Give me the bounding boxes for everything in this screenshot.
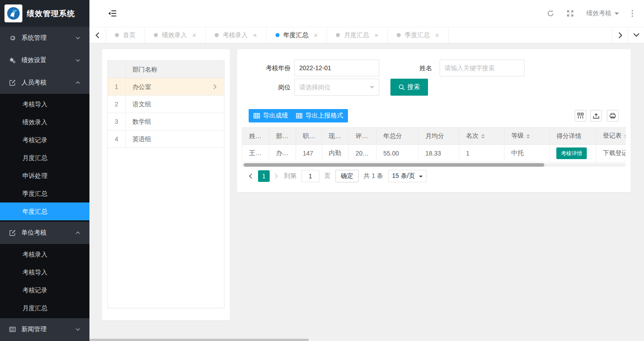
sidebar-item-monthly-summary[interactable]: 月度汇总 — [0, 299, 89, 317]
tab-annual-summary[interactable]: 年度汇总 × — [267, 27, 327, 43]
more-vertical-icon[interactable] — [631, 10, 639, 17]
year-label: 考核年份 — [237, 59, 291, 76]
sidebar-group-unit-assessment[interactable]: 单位考核 — [0, 222, 89, 244]
tab-home[interactable]: 首页 — [106, 27, 145, 43]
department-row[interactable]: 2 语文组 — [108, 96, 224, 113]
main-content: 部门名称 1 办公室 2 语文组 3 数学组 4 英语组 考核年份 — [89, 44, 644, 341]
sidebar-item-assessment-import[interactable]: 考核导入 — [0, 263, 89, 281]
refresh-icon[interactable] — [547, 10, 554, 17]
department-row[interactable]: 3 数学组 — [108, 113, 224, 131]
fullscreen-icon[interactable] — [567, 10, 574, 17]
assessment-detail-button[interactable]: 考核详情 — [556, 147, 587, 159]
pagination: 1 到第 页 确定 共 1 条 15 条/页 — [249, 170, 427, 182]
sidebar-group-news-management[interactable]: 新闻管理 — [0, 318, 89, 341]
sidebar-item-appeal-handling[interactable]: 申诉处理 — [0, 167, 89, 185]
sidebar-item-quarterly-summary[interactable]: 季度汇总 — [0, 185, 89, 202]
prev-page-icon[interactable] — [249, 173, 253, 179]
tabs-menu-icon[interactable] — [628, 27, 644, 43]
download-register-link[interactable]: 下载登记表 — [603, 149, 626, 156]
col-year-total[interactable]: 年总分 — [377, 128, 419, 145]
current-page-button[interactable]: 1 — [258, 170, 270, 182]
sort-icon[interactable] — [624, 132, 626, 140]
tab-label: 年度汇总 — [284, 31, 309, 39]
close-icon[interactable]: × — [435, 32, 439, 38]
tab-monthly-summary[interactable]: 月度汇总 × — [327, 27, 388, 43]
cell-name: 王… — [242, 145, 269, 162]
sidebar-item-assessment-records[interactable]: 考核记录 — [0, 281, 89, 299]
sidebar-group-personnel-assessment[interactable]: 人员考核 — [0, 72, 89, 94]
page-size-select[interactable]: 15 条/页 — [388, 170, 427, 182]
page-number-input[interactable] — [301, 170, 319, 182]
search-button[interactable]: 搜索 — [390, 79, 428, 96]
post-select-value: 请选择岗位 — [299, 84, 330, 91]
department-name: 数学组 — [126, 113, 224, 130]
tab-assessment-entry[interactable]: 考核录入 × — [206, 27, 267, 43]
row-index: 2 — [108, 96, 126, 113]
scrollbar-thumb[interactable] — [244, 163, 544, 167]
col-department[interactable]: 部… — [269, 128, 296, 145]
sidebar-item-assessment-records[interactable]: 考核记录 — [0, 131, 89, 149]
next-page-icon[interactable] — [275, 173, 279, 179]
print-icon[interactable] — [607, 110, 619, 122]
close-icon[interactable]: × — [192, 32, 196, 38]
col-month-average[interactable]: 月均分 — [419, 128, 459, 145]
export-score-button[interactable]: 导出成绩 — [249, 109, 293, 122]
col-rank[interactable]: 名次 — [459, 128, 504, 145]
sidebar-item-annual-summary[interactable]: 年度汇总 — [0, 202, 89, 220]
confirm-page-button[interactable]: 确定 — [335, 170, 359, 182]
sidebar-item-performance-entry[interactable]: 绩效录入 — [0, 113, 89, 131]
app-title: 绩效管理系统 — [27, 8, 75, 19]
app-logo-bar: 绩效管理系统 — [0, 0, 89, 27]
sort-icon[interactable] — [526, 132, 530, 140]
col-score-detail[interactable]: 得分详情 — [550, 128, 596, 145]
close-icon[interactable]: × — [314, 32, 318, 38]
index-header-cell — [108, 61, 126, 78]
tab-quarterly-summary[interactable]: 季度汇总 × — [388, 27, 449, 43]
tabbar: 首页 绩效录入 × 考核录入 × 年度汇总 × 月度汇总 × 季度汇总 × — [89, 27, 644, 43]
filter-columns-icon[interactable] — [575, 110, 586, 122]
results-table: 姓… 部… 职… 现… 评… 年总分 月均分 名次 等级 得分详情 登记表 — [242, 127, 626, 162]
sidebar-group-label: 新闻管理 — [21, 325, 75, 333]
col-current-post[interactable]: 现… — [322, 128, 349, 145]
department-panel: 部门名称 1 办公室 2 语文组 3 数学组 4 英语组 — [102, 49, 230, 320]
sidebar-item-assessment-import[interactable]: 考核导入 — [0, 95, 89, 113]
col-register-form[interactable]: 登记表 — [596, 128, 626, 145]
sidebar-item-monthly-summary[interactable]: 月度汇总 — [0, 149, 89, 167]
page-size-value: 15 条/页 — [392, 172, 415, 180]
tabs-scroll-left-icon[interactable] — [89, 27, 106, 43]
tab-label: 季度汇总 — [405, 31, 430, 39]
name-search-input[interactable] — [440, 59, 525, 76]
caret-down-icon — [419, 176, 423, 179]
name-label: 姓名 — [396, 59, 432, 76]
close-icon[interactable]: × — [253, 32, 257, 38]
sort-icon[interactable] — [481, 132, 485, 140]
user-menu[interactable]: 绩效考核 — [586, 9, 619, 17]
sidebar-group-system-management[interactable]: 系统管理 — [0, 27, 89, 49]
total-count-label: 共 1 条 — [364, 172, 383, 180]
export-icon[interactable] — [590, 110, 602, 122]
sidebar-group-performance-settings[interactable]: 绩效设置 — [0, 49, 89, 72]
department-row[interactable]: 1 办公室 — [108, 78, 224, 96]
grid-icon — [254, 113, 260, 118]
export-report-button[interactable]: 导出上报格式 — [291, 109, 348, 122]
tab-label: 首页 — [123, 31, 136, 39]
col-grade[interactable]: 等级 — [504, 128, 550, 145]
tabs-scroll-right-icon[interactable] — [612, 27, 628, 43]
chevron-down-icon — [75, 58, 80, 63]
cell-department: 办… — [269, 145, 296, 162]
gear-icon — [9, 34, 16, 42]
col-name[interactable]: 姓… — [242, 128, 269, 145]
tab-performance-entry[interactable]: 绩效录入 × — [145, 27, 206, 43]
post-select[interactable]: 请选择岗位 — [294, 79, 379, 96]
col-job-number[interactable]: 职… — [296, 128, 322, 145]
collapse-sidebar-icon[interactable] — [108, 10, 116, 17]
tabs: 首页 绩效录入 × 考核录入 × 年度汇总 × 月度汇总 × 季度汇总 × — [106, 27, 612, 43]
scrollbar-thumb[interactable] — [89, 339, 309, 341]
col-evaluation[interactable]: 评… — [349, 128, 377, 145]
close-icon[interactable]: × — [374, 32, 378, 38]
caret-down-icon — [614, 13, 619, 17]
department-row[interactable]: 4 英语组 — [108, 131, 224, 148]
year-input[interactable] — [294, 59, 379, 76]
table-header-row: 姓… 部… 职… 现… 评… 年总分 月均分 名次 等级 得分详情 登记表 — [242, 128, 626, 145]
sidebar-item-assessment-entry[interactable]: 考核录入 — [0, 245, 89, 263]
